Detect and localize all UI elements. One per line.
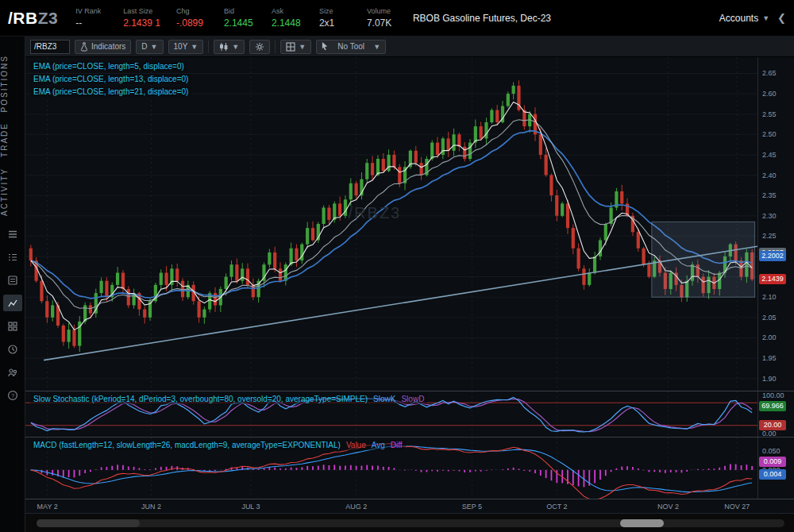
help-icon[interactable]: ?	[3, 387, 22, 403]
macd-axis[interactable]: 0.0500.0000.0090.004	[757, 438, 794, 499]
macd-series-label: Avg	[372, 441, 385, 449]
quote-field-last-size: Last Size2.1439 1	[123, 7, 160, 29]
sidebar-tab-activity[interactable]: ACTIVITY	[0, 168, 25, 216]
time-axis-label: JUL 3	[241, 503, 260, 511]
stochastic-panel: Slow Stochastic (kPeriod=14, dPeriod=3, …	[25, 391, 794, 437]
macd-series-label: Value	[346, 441, 366, 449]
time-axis[interactable]: MAY 2JUN 2JUL 3AUG 2SEP 5OCT 2NOV 2NOV 2…	[25, 499, 757, 513]
orders-list-icon[interactable]	[3, 272, 22, 288]
svg-text:?: ?	[10, 391, 13, 399]
symbol-input[interactable]	[30, 40, 70, 54]
chart-style-dropdown[interactable]: ▼	[214, 40, 245, 54]
price-tick: 2.65	[762, 69, 777, 77]
price-badge: 2.2002	[759, 251, 786, 261]
sidebar-tab-trade[interactable]: TRADE	[0, 122, 25, 157]
price-tick: 2.00	[762, 333, 777, 341]
chevron-down-icon: ▼	[191, 43, 198, 51]
macd-badge: 0.004	[759, 469, 786, 480]
stoch-badge: 69.966	[759, 401, 786, 411]
price-tick: 2.35	[762, 191, 777, 199]
history-clock-icon[interactable]	[3, 341, 22, 357]
drawing-tool-dropdown[interactable]: No Tool ▼	[316, 40, 386, 54]
macd-panel: MACD (fastLength=12, slowLength=26, macd…	[25, 437, 794, 499]
price-tick: 2.55	[762, 110, 777, 118]
price-tick: 2.50	[762, 130, 777, 138]
time-axis-label: SEP 5	[462, 503, 482, 511]
stoch-series-label: SlowK	[373, 395, 395, 403]
quote-field-iv-rank: IV Rank--	[75, 7, 107, 29]
layout-grid-dropdown[interactable]: ▼	[280, 40, 311, 54]
price-tick: 2.40	[762, 172, 777, 179]
stochastic-study-label[interactable]: Slow Stochastic (kPeriod=14, dPeriod=3, …	[30, 394, 427, 404]
time-axis-label: AUG 2	[345, 503, 367, 511]
sidebar-tab-positions[interactable]: POSITIONS	[0, 55, 25, 112]
quote-header: /RBZ3 IV Rank--Last Size2.1439 1Chg-.089…	[0, 0, 794, 37]
symbol-watermark: /RBZ3	[349, 204, 402, 222]
menu-icon[interactable]	[3, 226, 22, 242]
chart-settings-button[interactable]	[249, 40, 270, 54]
trading-platform-window: /RBZ3 IV Rank--Last Size2.1439 1Chg-.089…	[0, 0, 794, 532]
macd-series-label: Diff	[391, 441, 403, 449]
chart-scrollbar	[25, 513, 794, 532]
ema-study-labels: EMA (price=CLOSE, length=5, displace=0) …	[30, 61, 191, 99]
watchlist-icon[interactable]	[3, 249, 22, 265]
quote-field-size: Size2x1	[319, 7, 351, 29]
scrollbar-thumb[interactable]	[620, 519, 664, 527]
cursor-icon	[322, 42, 329, 51]
price-tick: 2.05	[762, 314, 777, 322]
price-tick: 1.95	[762, 354, 777, 362]
price-tick: 1.90	[762, 375, 777, 383]
time-axis-label: OCT 2	[546, 503, 567, 511]
time-axis-label: JUN 2	[141, 503, 161, 511]
chevron-down-icon: ▼	[232, 43, 239, 51]
layout-grid-icon	[286, 42, 295, 52]
chevron-down-icon: ▼	[299, 43, 306, 51]
macd-tick: 0.050	[762, 447, 781, 455]
scrollbar-left-segment[interactable]	[37, 519, 140, 527]
community-icon[interactable]	[3, 364, 22, 380]
timeframe-dropdown[interactable]: D▼	[136, 40, 163, 54]
macd-study-label[interactable]: MACD (fastLength=12, slowLength=26, macd…	[30, 440, 406, 450]
scrollbar-track[interactable]	[37, 519, 784, 527]
accounts-dropdown[interactable]: Accounts▼	[719, 13, 769, 24]
candlestick-plot[interactable]	[25, 57, 757, 391]
ema13-label[interactable]: EMA (price=CLOSE, length=13, displace=0)	[30, 74, 191, 84]
indicators-button[interactable]: Indicators	[75, 40, 131, 54]
chart-area: Indicators D▼ 10Y▼ ▼ ▼ No Tool ▼	[25, 37, 794, 532]
range-dropdown[interactable]: 10Y▼	[168, 40, 204, 54]
stochastic-axis[interactable]: 100.000.0069.96620.00	[757, 391, 794, 437]
quote-field-ask: Ask2.1448	[272, 7, 303, 29]
macd-value-line	[31, 444, 752, 499]
quote-field-bid: Bid2.1445	[224, 7, 256, 29]
time-axis-label: MAY 2	[37, 503, 58, 511]
time-axis-label: NOV 2	[657, 503, 679, 511]
left-sidebar: POSITIONSTRADEACTIVITY ?	[0, 37, 25, 532]
chart-toolbar: Indicators D▼ 10Y▼ ▼ ▼ No Tool ▼	[25, 37, 794, 57]
ema21-label[interactable]: EMA (price=CLOSE, length=21, displace=0)	[30, 87, 191, 97]
macd-histogram	[31, 464, 752, 487]
accounts-label: Accounts	[719, 13, 758, 24]
price-tick: 2.60	[762, 90, 777, 98]
grid-icon[interactable]	[3, 318, 22, 334]
quote-field-volume: Volume7.07K	[367, 7, 399, 29]
toolbar-divider	[275, 40, 276, 53]
collapse-panel-chevron-icon[interactable]: ❮	[777, 12, 786, 24]
price-badge: 2.1439	[759, 274, 786, 284]
flask-icon	[80, 42, 88, 52]
chart-icon[interactable]	[3, 295, 22, 311]
price-axis[interactable]: 2.652.602.552.502.452.402.352.302.252.20…	[757, 57, 794, 391]
ema5-label[interactable]: EMA (price=CLOSE, length=5, displace=0)	[30, 61, 187, 71]
time-axis-corner	[757, 499, 794, 513]
toolbar-divider	[208, 40, 209, 53]
macd-badge: 0.009	[759, 457, 786, 467]
chevron-down-icon: ▼	[151, 43, 158, 51]
sidebar-icon-rail: ?	[0, 226, 25, 403]
instrument-description: RBOB Gasoline Futures, Dec-23	[413, 13, 551, 24]
gear-icon	[255, 42, 264, 52]
candlestick-icon	[219, 42, 229, 52]
chevron-down-icon: ▼	[762, 14, 769, 22]
price-tick: 2.25	[762, 232, 777, 240]
symbol-title: /RBZ3	[8, 9, 58, 28]
stoch-badge: 20.00	[759, 420, 786, 430]
quote-fields: IV Rank--Last Size2.1439 1Chg-.0899Bid2.…	[75, 7, 399, 29]
